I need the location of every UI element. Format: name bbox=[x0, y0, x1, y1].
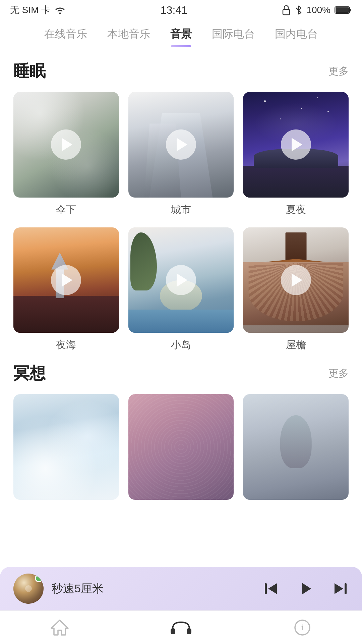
play-btn-night-sea[interactable] bbox=[51, 265, 81, 295]
nav-home[interactable] bbox=[50, 619, 69, 636]
player-album-art[interactable] bbox=[13, 574, 44, 604]
status-right: 100% bbox=[282, 5, 352, 15]
sleep-row-2: 夜海 小岛 bbox=[13, 227, 349, 352]
card-summer-night[interactable]: 夏夜 bbox=[243, 92, 349, 217]
player-bar: 秒速5厘米 bbox=[0, 567, 362, 610]
svg-point-0 bbox=[59, 13, 61, 14]
status-left: 无 SIM 卡 bbox=[10, 4, 66, 16]
tab-domestic-radio[interactable]: 国内电台 bbox=[275, 27, 318, 47]
sleep-title: 睡眠 bbox=[13, 60, 46, 82]
next-icon bbox=[331, 580, 349, 597]
play-btn-island[interactable] bbox=[166, 265, 196, 295]
info-icon: i bbox=[293, 619, 312, 636]
svg-rect-4 bbox=[350, 9, 351, 11]
card-img-summer-night bbox=[243, 92, 349, 198]
card-clouds[interactable] bbox=[13, 394, 119, 500]
card-img-city bbox=[128, 92, 234, 198]
meditation-more[interactable]: 更多 bbox=[328, 367, 349, 380]
svg-marker-9 bbox=[335, 583, 343, 594]
svg-marker-7 bbox=[302, 583, 311, 595]
card-meditation-3[interactable] bbox=[243, 394, 349, 500]
nav-info[interactable]: i bbox=[293, 619, 312, 636]
card-night-sea[interactable]: 夜海 bbox=[13, 227, 119, 352]
play-btn-city[interactable] bbox=[166, 129, 196, 160]
card-label-eave: 屋檐 bbox=[286, 338, 306, 352]
status-time: 13:41 bbox=[161, 4, 187, 16]
card-umbrella[interactable]: 伞下 bbox=[13, 92, 119, 217]
home-icon bbox=[50, 619, 69, 636]
card-label-umbrella: 伞下 bbox=[56, 203, 76, 217]
card-label-summer-night: 夏夜 bbox=[286, 203, 306, 217]
bluetooth-icon bbox=[295, 5, 302, 15]
svg-rect-5 bbox=[265, 583, 267, 594]
play-btn-summer-night[interactable] bbox=[281, 129, 311, 160]
play-triangle-island bbox=[177, 273, 187, 287]
nav-tabs: 在线音乐 本地音乐 音景 国际电台 国内电台 bbox=[0, 20, 362, 47]
play-triangle-night-sea bbox=[62, 273, 72, 287]
tab-local[interactable]: 本地音乐 bbox=[107, 27, 150, 47]
play-triangle-summer-night bbox=[292, 138, 302, 151]
nav-music[interactable] bbox=[169, 619, 193, 636]
wifi-icon bbox=[54, 5, 66, 15]
player-title: 秒速5厘米 bbox=[52, 582, 104, 595]
lock-icon bbox=[282, 5, 291, 15]
sleep-section-header: 睡眠 更多 bbox=[13, 60, 349, 82]
meditation-section-header: 冥想 更多 bbox=[13, 363, 349, 384]
svg-rect-3 bbox=[336, 7, 349, 13]
prev-button[interactable] bbox=[263, 580, 280, 597]
svg-text:i: i bbox=[301, 623, 303, 632]
card-img-clouds bbox=[13, 394, 119, 500]
card-img-island bbox=[128, 227, 234, 333]
next-button[interactable] bbox=[331, 580, 349, 597]
player-info: 秒速5厘米 bbox=[52, 581, 263, 596]
card-label-island: 小岛 bbox=[171, 338, 191, 352]
card-label-city: 城市 bbox=[171, 203, 191, 217]
card-img-eave bbox=[243, 227, 349, 333]
play-btn-eave[interactable] bbox=[281, 265, 311, 295]
card-eave[interactable]: 屋檐 bbox=[243, 227, 349, 352]
svg-marker-6 bbox=[268, 583, 277, 594]
tab-soundscape[interactable]: 音景 bbox=[170, 27, 192, 47]
tab-online[interactable]: 在线音乐 bbox=[44, 27, 87, 47]
meditation-title: 冥想 bbox=[13, 363, 46, 384]
sim-status: 无 SIM 卡 bbox=[10, 4, 51, 16]
play-triangle-eave bbox=[292, 273, 302, 287]
status-bar: 无 SIM 卡 13:41 100% bbox=[0, 0, 362, 20]
battery-icon bbox=[335, 5, 352, 15]
sleep-row-1: 伞下 城市 bbox=[13, 92, 349, 217]
play-button[interactable] bbox=[297, 580, 314, 597]
battery-percent: 100% bbox=[306, 5, 330, 15]
svg-rect-11 bbox=[171, 628, 175, 634]
card-img-meditation-3 bbox=[243, 394, 349, 500]
meditation-grid bbox=[13, 394, 349, 500]
svg-rect-12 bbox=[187, 628, 191, 634]
sleep-more[interactable]: 更多 bbox=[328, 64, 349, 78]
card-city[interactable]: 城市 bbox=[128, 92, 234, 217]
svg-rect-8 bbox=[345, 583, 347, 594]
play-btn-umbrella[interactable] bbox=[51, 129, 81, 160]
svg-marker-10 bbox=[51, 620, 68, 635]
bottom-nav: i bbox=[0, 610, 362, 644]
card-island[interactable]: 小岛 bbox=[128, 227, 234, 352]
svg-rect-1 bbox=[283, 9, 290, 15]
main-content: 睡眠 更多 伞下 bbox=[0, 47, 362, 500]
headphone-icon bbox=[169, 619, 193, 636]
tab-intl-radio[interactable]: 国际电台 bbox=[212, 27, 255, 47]
prev-icon bbox=[263, 580, 280, 597]
card-img-umbrella bbox=[13, 92, 119, 198]
play-icon bbox=[297, 580, 314, 597]
card-label-night-sea: 夜海 bbox=[56, 338, 76, 352]
player-controls bbox=[263, 580, 349, 597]
play-triangle-city bbox=[177, 138, 187, 151]
play-triangle-umbrella bbox=[62, 138, 72, 151]
card-img-abstract bbox=[128, 394, 234, 500]
card-img-night-sea bbox=[13, 227, 119, 333]
card-abstract[interactable] bbox=[128, 394, 234, 500]
meditation-section: 冥想 更多 bbox=[13, 363, 349, 500]
